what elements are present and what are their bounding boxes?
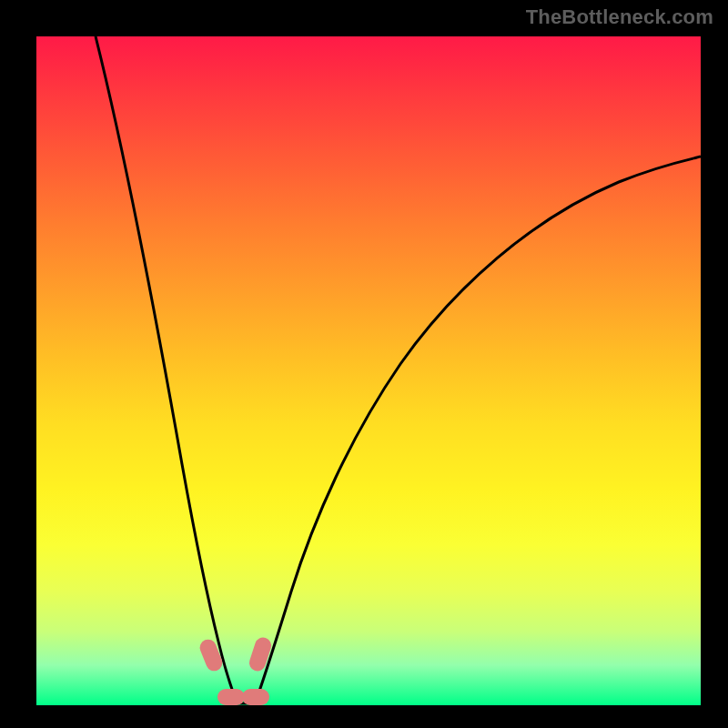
marker-right-upper	[248, 635, 274, 673]
marker-bottom-left	[217, 689, 245, 705]
watermark-text: TheBottleneck.com	[526, 5, 713, 29]
plot-area	[36, 36, 701, 705]
curve-layer	[36, 36, 701, 705]
left-curve	[96, 36, 235, 697]
marker-bottom-right	[242, 689, 269, 705]
chart-canvas: TheBottleneck.com	[0, 0, 728, 728]
markers-group	[197, 635, 274, 705]
right-curve	[257, 157, 701, 699]
